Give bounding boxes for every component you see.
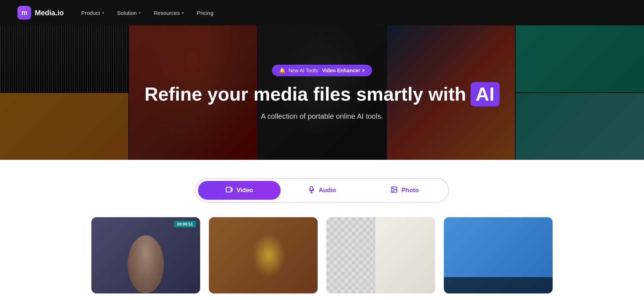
nav-item-pricing[interactable]: Pricing [197,10,214,16]
nav-item-product[interactable]: Product ▾ [81,10,104,16]
chevron-down-icon: ▾ [102,11,104,15]
badge-link[interactable]: Video Enhancer > [322,68,365,73]
tab-photo[interactable]: Photo [363,181,446,200]
nav-product-label: Product [81,10,100,16]
nav-item-resources[interactable]: Resources ▾ [154,10,184,16]
card-2[interactable] [209,217,318,293]
tab-video[interactable]: Video [198,181,281,200]
svg-point-4 [393,188,394,189]
hero-section: 🔔 New AI Tools: Video Enhancer > Refine … [0,25,644,160]
tab-bar: Video Audio Photo [195,178,449,203]
navbar: m Media.io Product ▾ Solution ▾ Resource… [0,0,644,25]
svg-rect-0 [226,187,231,192]
badge-text: New AI Tools: [288,68,319,73]
tab-audio[interactable]: Audio [281,181,363,200]
ai-badge: AI [471,82,500,107]
nav-pricing-label: Pricing [197,10,214,16]
chevron-down-icon: ▾ [182,11,184,15]
new-ai-tools-badge[interactable]: 🔔 New AI Tools: Video Enhancer > [272,65,372,76]
bell-icon: 🔔 [279,68,285,73]
logo-icon: m [17,6,31,20]
video-timestamp: 00:00:51 [174,221,196,227]
hero-content: 🔔 New AI Tools: Video Enhancer > Refine … [0,25,644,160]
logo[interactable]: m Media.io [17,6,64,20]
nav-resources-label: Resources [154,10,180,16]
tab-photo-label: Photo [401,187,419,194]
nav-solution-label: Solution [117,10,137,16]
photo-icon [391,186,398,195]
tab-audio-label: Audio [319,187,336,194]
card-3[interactable] [326,217,435,293]
logo-letter: m [21,9,27,17]
cards-section: 00:00:51 [0,203,644,300]
microphone-icon [308,186,315,195]
card-4[interactable] [444,217,553,293]
hero-title-text: Refine your media files smartly with [144,84,466,105]
logo-text: Media.io [35,9,64,17]
nav-items: Product ▾ Solution ▾ Resources ▾ Pricing [81,10,213,16]
tabs-section: Video Audio Photo [0,160,644,203]
tab-video-label: Video [236,187,253,194]
video-icon [226,186,233,195]
chevron-down-icon: ▾ [139,11,141,15]
highlight-blob [252,234,285,277]
hero-subtitle: A collection of portable online AI tools… [261,112,383,121]
card-1[interactable]: 00:00:51 [91,217,200,293]
hero-title: Refine your media files smartly with AI [144,82,499,107]
nav-item-solution[interactable]: Solution ▾ [117,10,141,16]
